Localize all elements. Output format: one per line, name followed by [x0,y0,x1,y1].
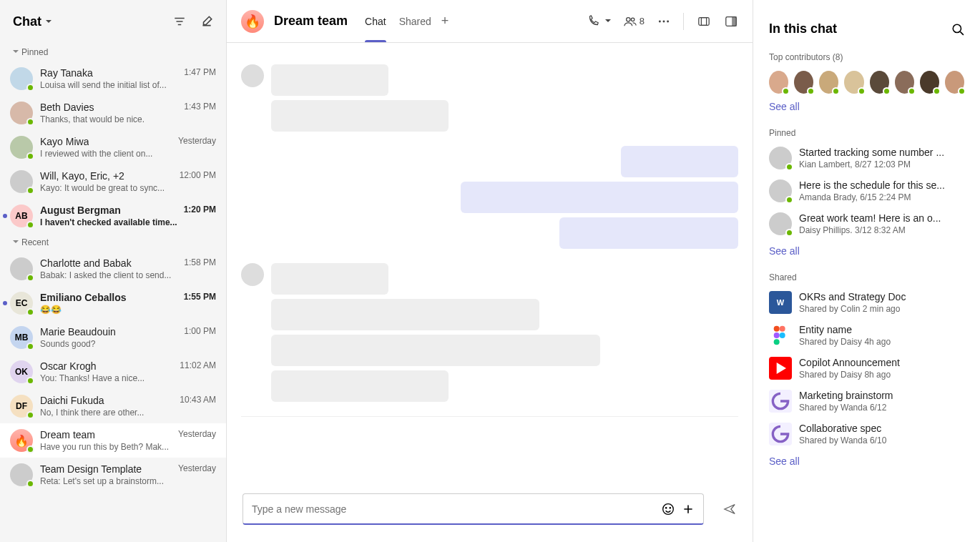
avatar [10,463,33,486]
participants-button[interactable]: 8 [624,15,645,28]
chat-name: Will, Kayo, Eric, +2 [40,170,124,182]
chat-list-item[interactable]: OK Oscar Krogh 11:02 AM You: Thanks! Hav… [0,355,226,389]
svg-point-10 [666,507,667,508]
pinned-section-label[interactable]: Pinned [0,43,226,61]
chat-list-item[interactable]: AB August Bergman 1:20 PM I haven't chec… [0,199,226,233]
add-tab-button[interactable]: + [441,14,449,29]
presence-indicator [26,274,34,282]
message-bubble[interactable] [271,100,449,132]
chat-list-item[interactable]: Team Design Template Yesterday Reta: Let… [0,458,226,492]
contributor-avatar[interactable] [870,71,889,94]
pinned-message-item[interactable]: Great work team! Here is an o... Daisy P… [769,212,964,235]
pinned-message-item[interactable]: Started tracking some number ... Kian La… [769,147,964,169]
pinned-message-sub: Amanda Brady, 6/15 2:24 PM [799,192,964,202]
expand-icon [13,240,19,246]
pinned-message-item[interactable]: Here is the schedule for this se... Aman… [769,179,964,202]
message-input[interactable] [252,503,655,515]
chat-list-item[interactable]: 🔥 Dream team Yesterday Have you run this… [0,423,226,458]
youtube-icon [769,357,792,380]
contributor-avatar[interactable] [920,71,939,94]
emoji-icon[interactable] [662,503,675,516]
message-bubble[interactable] [271,335,600,366]
shared-file-sub: Shared by Colin 2 min ago [799,304,964,314]
add-attachment-icon[interactable] [682,503,695,516]
presence-indicator [908,87,916,95]
svg-point-14 [780,326,785,332]
see-all-pinned-link[interactable]: See all [769,245,964,257]
message-bubble[interactable] [271,370,449,402]
chat-time: 1:47 PM [184,67,216,79]
chat-list-item[interactable]: Kayo Miwa Yesterday I reviewed with the … [0,130,226,164]
recent-section-label[interactable]: Recent [0,233,226,252]
chat-list-item[interactable]: MB Marie Beaudouin 1:00 PM Sounds good? [0,320,226,355]
svg-point-15 [774,332,780,338]
avatar: 🔥 [10,429,33,452]
see-all-shared-link[interactable]: See all [769,455,964,467]
tab-chat[interactable]: Chat [365,0,386,42]
chevron-down-icon [46,20,52,26]
message-bubble[interactable] [271,263,388,295]
chat-title: Dream team [274,14,348,29]
loop-icon [769,423,792,445]
avatar: MB [10,326,33,349]
svg-point-13 [774,326,780,332]
shared-file-item[interactable]: Marketing brainstorm Shared by Wanda 6/1… [769,390,964,413]
contributor-avatar[interactable] [794,71,813,94]
chat-list-item[interactable]: Beth Davies 1:43 PM Thanks, that would b… [0,96,226,130]
pinned-message-sub: Daisy Phillips. 3/12 8:32 AM [799,225,964,235]
chat-avatar: 🔥 [241,10,264,33]
chat-list-item[interactable]: DF Daichi Fukuda 10:43 AM No, I think th… [0,389,226,423]
message-bubble[interactable] [271,299,539,330]
chat-preview: Sounds good? [40,339,216,349]
avatar [769,179,792,202]
pinned-message-title: Here is the schedule for this se... [799,179,964,191]
call-dropdown-icon[interactable] [605,19,611,25]
message-bubble[interactable] [559,217,738,249]
contributor-avatar[interactable] [844,71,863,94]
chat-time: 12:00 PM [180,170,216,182]
message-bubble[interactable] [271,64,388,96]
presence-indicator [958,87,966,95]
search-icon[interactable] [951,23,964,36]
call-button[interactable] [585,15,601,28]
message-bubble[interactable] [461,182,738,213]
chat-name: Oscar Krogh [40,360,97,372]
chat-list-item[interactable]: EC Emiliano Ceballos 1:55 PM 😂😂 [0,286,226,320]
sidebar-title-dropdown[interactable]: Chat [13,14,52,29]
more-options-button[interactable] [657,15,670,28]
chat-name: Daichi Fukuda [40,395,104,406]
presence-indicator [26,377,34,385]
word-icon: W [769,291,792,314]
compose-icon[interactable] [200,15,213,28]
shared-file-item[interactable]: Collaborative spec Shared by Wanda 6/10 [769,423,964,445]
chat-list-item[interactable]: Will, Kayo, Eric, +2 12:00 PM Kayo: It w… [0,164,226,199]
compose-area [227,483,753,542]
contributor-avatar[interactable] [945,71,964,94]
filter-icon[interactable] [173,15,186,28]
avatar [10,136,33,159]
message-bubble[interactable] [621,146,738,177]
message-area[interactable] [227,43,753,483]
svg-rect-5 [699,17,709,25]
open-pane-button[interactable] [724,15,738,28]
contributor-avatar[interactable] [895,71,914,94]
shared-file-item[interactable]: WOKRs and Strategy Doc Shared by Colin 2… [769,291,964,314]
chat-header: 🔥 Dream team ChatShared + 8 [227,0,753,43]
shared-file-item[interactable]: Copilot Announcement Shared by Daisy 8h … [769,357,964,380]
svg-point-17 [774,339,780,345]
send-button[interactable] [722,503,737,516]
chat-list-item[interactable]: Charlotte and Babak 1:58 PM Babak: I ask… [0,252,226,286]
presence-indicator [26,480,34,488]
avatar: OK [10,360,33,383]
shared-file-sub: Shared by Daisy 4h ago [799,337,964,347]
contributor-avatar[interactable] [819,71,838,94]
see-all-contributors-link[interactable]: See all [769,101,964,112]
shared-file-item[interactable]: Entity name Shared by Daisy 4h ago [769,324,964,347]
tab-shared[interactable]: Shared [399,0,431,42]
copilot-button[interactable] [697,15,711,28]
svg-rect-8 [732,16,736,26]
contributor-avatar[interactable] [769,71,788,94]
compose-box[interactable] [242,493,704,525]
chat-time: 1:00 PM [184,326,216,337]
chat-list-item[interactable]: Ray Tanaka 1:47 PM Louisa will send the … [0,61,226,96]
